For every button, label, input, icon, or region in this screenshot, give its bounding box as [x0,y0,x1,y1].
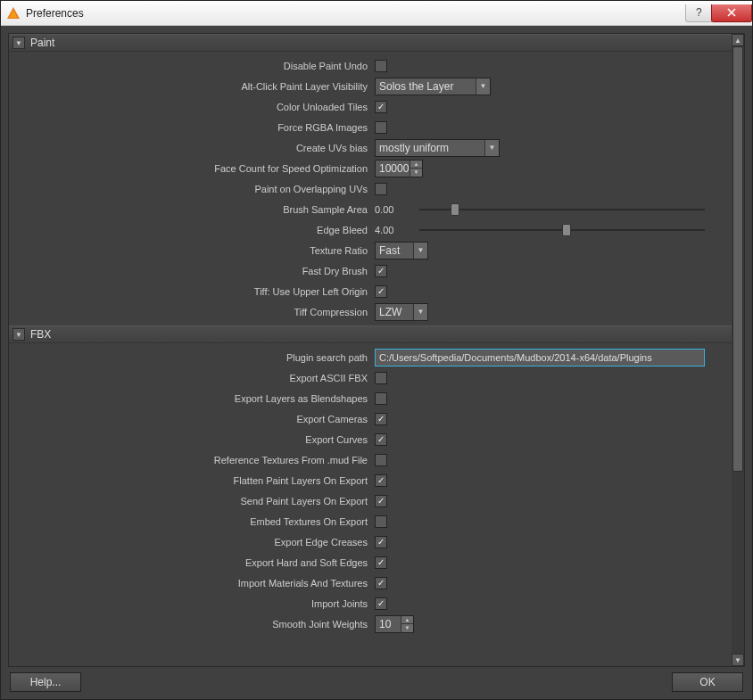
label: Tiff Compression [9,307,375,317]
tiff-compression-select[interactable]: LZW▼ [375,303,428,321]
titlebar[interactable]: Preferences ? [1,1,752,26]
import-joints-checkbox[interactable] [375,597,387,610]
face-count-stepper[interactable]: 10000▲▼ [375,160,423,177]
collapse-icon[interactable]: ▼ [12,328,25,341]
alt-click-visibility-select[interactable]: Solos the Layer▼ [375,78,491,95]
label: Flatten Paint Layers On Export [9,475,375,486]
label: Force RGBA Images [9,122,375,133]
label: Face Count for Speed Optimization [9,163,375,174]
label: Tiff: Use Upper Left Origin [9,286,375,297]
chevron-down-icon: ▼ [476,78,490,95]
create-uvs-bias-select[interactable]: mostly uniform▼ [375,139,500,157]
color-unloaded-tiles-checkbox[interactable] [375,101,387,113]
app-icon [6,6,21,21]
section-title: FBX [30,328,51,341]
label: Import Joints [9,598,375,609]
scroll-up-icon[interactable]: ▲ [732,34,744,46]
texture-ratio-select[interactable]: Fast▼ [375,242,428,259]
send-paint-export-checkbox[interactable] [375,495,387,507]
label: Edge Bleed [9,225,375,235]
spinner-up-icon[interactable]: ▲ [410,161,422,169]
label: Color Unloaded Tiles [9,102,375,112]
ref-textures-mud-checkbox[interactable] [375,454,387,466]
slider-thumb[interactable] [562,224,571,236]
label: Export Layers as Blendshapes [9,393,375,404]
export-curves-checkbox[interactable] [375,433,387,446]
disable-paint-undo-checkbox[interactable] [375,60,387,72]
label: Smooth Joint Weights [9,619,375,630]
label: Export Curves [9,434,375,445]
chevron-down-icon: ▼ [413,304,427,320]
section-title: Paint [30,37,54,49]
force-rgba-checkbox[interactable] [375,121,387,134]
window-title: Preferences [26,7,686,20]
tiff-upper-left-checkbox[interactable] [375,285,387,298]
scroll-down-icon[interactable]: ▼ [732,654,744,666]
brush-sample-area-slider[interactable] [419,209,705,210]
embed-textures-export-checkbox[interactable] [375,515,387,528]
export-ascii-fbx-checkbox[interactable] [375,372,387,384]
label: Send Paint Layers On Export [9,496,375,506]
section-fbx: ▼ FBX Plugin search pathC:/Users/Softped… [9,325,732,638]
flatten-paint-export-checkbox[interactable] [375,474,387,487]
brush-sample-area-value: 0.00 [375,204,416,215]
label: Export Edge Creases [9,537,375,548]
label: Export ASCII FBX [9,373,375,383]
window-help-button[interactable]: ? [685,4,712,22]
label: Create UVs bias [9,143,375,153]
smooth-joint-weights-stepper[interactable]: 10▲▼ [375,615,414,633]
spinner-down-icon[interactable]: ▼ [410,168,422,177]
export-cameras-checkbox[interactable] [375,413,387,425]
section-fbx-header[interactable]: ▼ FBX [9,325,732,343]
slider-thumb[interactable] [451,203,459,216]
scrollbar-thumb[interactable] [732,46,743,472]
label: Import Materials And Textures [9,578,375,589]
edge-bleed-slider[interactable] [419,229,705,231]
label: Export Hard and Soft Edges [9,557,375,568]
label: Alt-Click Paint Layer Visibility [9,81,375,92]
fast-dry-brush-checkbox[interactable] [375,265,387,277]
spinner-up-icon[interactable]: ▲ [401,616,413,624]
scrollbar-track[interactable] [732,46,744,654]
dialog-footer: Help... OK [8,672,745,692]
edge-bleed-value: 4.00 [375,225,416,235]
svg-text:?: ? [696,8,702,17]
chevron-down-icon: ▼ [413,243,427,259]
label: Export Cameras [9,414,375,424]
export-edge-creases-checkbox[interactable] [375,536,387,548]
label: Disable Paint Undo [9,61,375,71]
collapse-icon[interactable]: ▼ [12,37,25,49]
label: Paint on Overlapping UVs [9,184,375,194]
section-paint: ▼ Paint Disable Paint Undo Alt-Click Pai… [9,34,732,325]
label: Plugin search path [9,352,375,363]
label: Reference Textures From .mud File [9,455,375,465]
section-paint-header[interactable]: ▼ Paint [9,34,732,52]
label: Fast Dry Brush [9,266,375,276]
preferences-window: Preferences ? ▼ Paint Disable Paint Undo… [0,0,753,700]
preferences-scroll-area: ▼ Paint Disable Paint Undo Alt-Click Pai… [8,33,745,667]
label: Embed Textures On Export [9,516,375,527]
paint-overlapping-uvs-checkbox[interactable] [375,183,387,195]
help-button[interactable]: Help... [10,672,81,692]
vertical-scrollbar[interactable]: ▲ ▼ [732,34,744,666]
label: Texture Ratio [9,245,375,256]
ok-button[interactable]: OK [672,672,743,692]
plugin-search-path-input[interactable]: C:/Users/Softpedia/Documents/Mudbox/2014… [375,349,705,366]
window-close-button[interactable] [711,4,752,22]
chevron-down-icon: ▼ [484,140,499,156]
import-materials-checkbox[interactable] [375,577,387,589]
label: Brush Sample Area [9,204,375,215]
export-layers-blendshapes-checkbox[interactable] [375,392,387,405]
spinner-down-icon[interactable]: ▼ [401,623,413,632]
export-hard-soft-edges-checkbox[interactable] [375,556,387,569]
